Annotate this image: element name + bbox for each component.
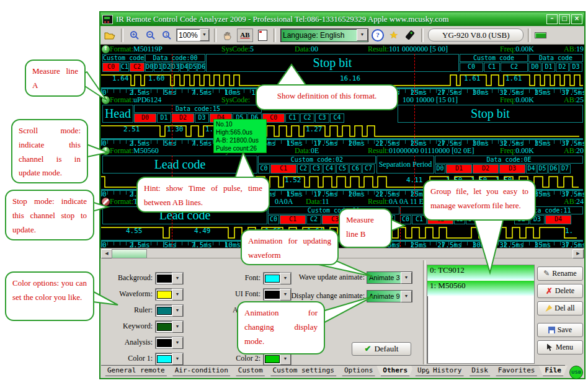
channel-field: Freq:0.00K: [500, 146, 534, 156]
minimize-button[interactable]: –: [546, 14, 558, 24]
file-list-item[interactable]: 0: TC9012: [427, 265, 534, 281]
bit-cell: D3: [195, 113, 209, 123]
ab-measure-button[interactable]: AB: [237, 29, 253, 42]
chevron-down-icon[interactable]: ▼: [172, 337, 183, 349]
tab-favorites[interactable]: Favorites: [492, 366, 541, 376]
brush-icon: [545, 305, 552, 312]
section-label: Stop bit: [206, 54, 459, 72]
menu-button[interactable]: Menu: [537, 340, 583, 354]
rename-button[interactable]: ✎Rename: [537, 266, 583, 281]
bit-cell: D0: [435, 164, 445, 174]
chevron-down-icon[interactable]: ▼: [357, 29, 368, 41]
color-combo[interactable]: ▼: [155, 272, 184, 284]
tab-options[interactable]: Options: [338, 366, 379, 376]
color-option-label: UI Font:: [212, 289, 261, 299]
stop-mode-icon[interactable]: [102, 198, 110, 206]
scroll-mode-icon[interactable]: ↑: [102, 45, 110, 53]
scroll-mode-icon[interactable]: ↑: [102, 147, 110, 155]
bit-cell: D0: [528, 63, 541, 72]
tab-disk[interactable]: Disk: [465, 366, 494, 376]
chevron-down-icon[interactable]: ▼: [401, 291, 412, 302]
channel-field: Data:00: [295, 45, 318, 54]
wave-update-animate-combo[interactable]: Animate 3 ▼: [367, 271, 412, 284]
device-button[interactable]: YG-920 V8.0 (USB): [428, 29, 523, 42]
code-section: Custom code:02C0C1C2C3C4C5C6C7: [258, 156, 376, 174]
bit-cell: D4: [545, 215, 571, 224]
bit-cell: C0: [102, 63, 120, 72]
language-combo[interactable]: Language: English ▼: [280, 29, 368, 42]
chevron-down-icon[interactable]: ▼: [172, 289, 183, 301]
file-list[interactable]: 0: TC90121: M50560: [427, 265, 535, 364]
color-option-label: Waveform:: [104, 289, 153, 299]
menu-cursor-icon: [547, 344, 553, 351]
tab-air-condition[interactable]: Air-condition: [169, 366, 234, 376]
tab-others[interactable]: Others: [376, 366, 414, 376]
channel-field: 100 10000 [15 01]: [403, 95, 458, 105]
favorite-button[interactable]: ★: [387, 29, 401, 42]
scroll-right-icon[interactable]: ▶: [572, 249, 584, 258]
chevron-down-icon[interactable]: ▼: [172, 353, 183, 365]
horizontal-scrollbar[interactable]: ◀ ▶: [100, 248, 584, 258]
chevron-down-icon[interactable]: ▼: [401, 272, 412, 284]
del-all-button[interactable]: Del all: [537, 301, 583, 315]
section-title: Custom code:5: [102, 54, 145, 62]
zoom-level-combo[interactable]: 100% ▼: [176, 29, 210, 42]
default-button[interactable]: ✔ Default: [352, 342, 411, 356]
wave-update-animate-label: Wave update animate:: [267, 273, 365, 282]
callout-anim-display: Animation for changing display mode.: [237, 301, 325, 354]
channel-info-row: ↑Format:M50119PSysCode:5Data:00Result:10…: [101, 45, 583, 54]
zoom-out-button[interactable]: [144, 29, 158, 42]
remote-button[interactable]: [403, 29, 417, 42]
toolbar-separator: [214, 29, 216, 42]
save-button[interactable]: Save: [537, 323, 583, 337]
scroll-left-icon[interactable]: ◀: [101, 249, 112, 258]
bit-cell: C4: [330, 113, 344, 123]
tab-file[interactable]: File: [538, 366, 568, 376]
pan-hand-button[interactable]: [221, 29, 234, 42]
notepad-button[interactable]: [256, 29, 269, 42]
open-file-button[interactable]: [103, 29, 117, 42]
bit-cell: C6: [349, 164, 362, 174]
measure-line: [172, 54, 172, 94]
tab-custom[interactable]: Custom: [232, 366, 269, 376]
color-combo[interactable]: ▼: [263, 353, 292, 365]
chevron-down-icon[interactable]: ▼: [172, 273, 183, 284]
notepad-icon: [258, 30, 267, 41]
section-title: Data code:00: [145, 54, 205, 62]
scrollbar-thumb[interactable]: [112, 249, 147, 258]
tab-general-remote[interactable]: General remote: [101, 366, 171, 376]
close-button[interactable]: ×: [571, 14, 582, 24]
color-swatch: [157, 307, 172, 315]
maximize-button[interactable]: □: [559, 14, 570, 24]
display-change-animate-combo[interactable]: Animate 9 ▼: [367, 290, 412, 302]
channel-field: Freq:0.00K: [500, 95, 534, 105]
bit-cell: C0: [400, 215, 411, 224]
ruler-tick-label: 2.5ms: [129, 241, 149, 248]
zoom-actual-button[interactable]: 1: [160, 29, 174, 42]
button-label: Del all: [555, 304, 574, 313]
chevron-down-icon[interactable]: ▼: [172, 321, 183, 333]
bit-cell: D2: [172, 113, 194, 123]
callout-measure-line-a: Measure line A: [25, 59, 86, 97]
delete-button[interactable]: ✗Delete: [537, 284, 583, 298]
color-combo[interactable]: ▼: [155, 304, 184, 317]
bit-cell: D4: [180, 63, 188, 72]
help-button[interactable]: ?: [371, 29, 385, 42]
section-title: Custom code:02: [258, 156, 376, 164]
callout-stop-mode: Stop mode: indicate this channel stop to…: [5, 190, 94, 240]
channel-field: Result:101 0000000 [5 00]: [368, 45, 448, 54]
color-combo[interactable]: ▼: [155, 320, 184, 333]
color-combo[interactable]: ▼: [155, 337, 184, 349]
zoom-in-button[interactable]: [128, 29, 141, 42]
bit-cell: D5: [189, 63, 197, 72]
tab-history[interactable]: History: [427, 366, 468, 376]
chevron-down-icon[interactable]: ▼: [280, 353, 291, 365]
color-combo[interactable]: ▼: [155, 288, 184, 301]
color-swatch: [157, 339, 172, 347]
chevron-down-icon[interactable]: ▼: [200, 29, 209, 41]
scroll-mode-icon[interactable]: ↑: [102, 96, 110, 104]
color-combo[interactable]: ▼: [155, 353, 184, 365]
tab-custom-settings[interactable]: Custom settings: [267, 366, 341, 376]
chevron-down-icon[interactable]: ▼: [172, 305, 183, 317]
file-list-item[interactable]: 1: M50560: [427, 281, 534, 296]
